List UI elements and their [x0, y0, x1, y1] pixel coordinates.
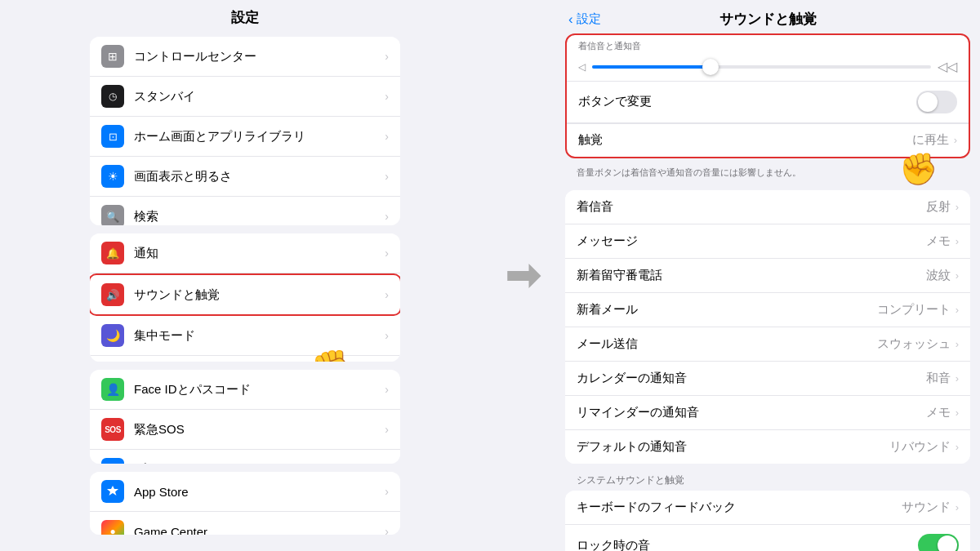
focus-label: 集中モード — [134, 328, 385, 344]
row-display[interactable]: ☀ 画面表示と明るさ › — [90, 157, 400, 197]
back-button[interactable]: ‹ 設定 — [568, 11, 601, 28]
row-sos[interactable]: SOS 緊急SOS › — [90, 410, 400, 450]
gamecenter-label: Game Center — [134, 525, 385, 535]
mail-send-label: メール送信 — [577, 336, 877, 352]
row-lock-sound[interactable]: ロック時の音 — [565, 525, 970, 551]
right-panel-title: サウンドと触覚 — [719, 10, 817, 29]
toggle-knob — [938, 535, 957, 551]
back-chevron-icon: ‹ — [568, 11, 573, 28]
arrow-right-icon — [498, 251, 547, 300]
row-control-center[interactable]: ⊞ コントロールセンター › — [90, 37, 400, 77]
control-center-label: コントロールセンター — [134, 49, 385, 64]
volume-section: 着信音と通知音 ◁ ◁◁ ボタンで変更 — [565, 33, 970, 158]
sos-label: 緊急SOS — [134, 422, 385, 438]
reminder-value: メモ — [926, 405, 951, 420]
chevron-icon: › — [956, 501, 959, 513]
row-standby[interactable]: ◷ スタンバイ › — [90, 77, 400, 117]
lock-sound-label: ロック時の音 — [577, 538, 918, 552]
tactile-value: に再生 — [912, 132, 949, 148]
row-calendar[interactable]: カレンダーの通知音 和音 › — [565, 362, 970, 396]
button-change-row: ボタンで変更 — [567, 82, 969, 123]
row-faceid[interactable]: 👤 Face IDとパスコード › — [90, 370, 400, 410]
messages-label: メッセージ — [577, 233, 926, 249]
row-default-alert[interactable]: デフォルトの通知音 リバウンド › — [565, 430, 970, 464]
row-appstore[interactable]: App Store › — [90, 472, 400, 512]
row-reminder[interactable]: リマインダーの通知音 メモ › — [565, 396, 970, 430]
svg-marker-0 — [507, 264, 541, 288]
row-new-mail[interactable]: 新着メール コンプリート › — [565, 293, 970, 327]
home-screen-label: ホーム画面とアプリライブラリ — [134, 129, 385, 144]
voicemail-label: 新着留守番電話 — [577, 268, 926, 283]
row-keyboard-feedback[interactable]: キーボードのフィードバック サウンド › — [565, 491, 970, 525]
highlighted-sounds-row[interactable]: 🔊 サウンドと触覚 › — [90, 273, 400, 316]
privacy-icon: ✋ — [101, 458, 124, 464]
new-mail-label: 新着メール — [577, 302, 877, 318]
search-icon: 🔍 — [101, 205, 124, 225]
chevron-icon: › — [385, 50, 389, 63]
row-voicemail[interactable]: 新着留守番電話 波紋 › — [565, 259, 970, 293]
settings-group-1: ⊞ コントロールセンター › ◷ スタンバイ › ⊡ ホーム画面とアプリライブラ… — [90, 37, 400, 225]
chevron-icon: › — [385, 90, 389, 103]
ringtone-value: 反射 — [926, 199, 951, 215]
row-screentime[interactable]: ⏱ スクリーンタイム › — [90, 356, 400, 362]
row-home-screen[interactable]: ⊡ ホーム画面とアプリライブラリ › — [90, 117, 400, 157]
standby-label: スタンバイ — [134, 89, 385, 104]
tactile-chevron: › — [954, 134, 957, 146]
chevron-icon: › — [385, 383, 389, 396]
system-sounds-group: キーボードのフィードバック サウンド › ロック時の音 システムの触覚 — [565, 491, 970, 551]
row-notifications[interactable]: 🔔 通知 › — [90, 233, 400, 273]
default-alert-label: デフォルトの通知音 — [577, 439, 889, 455]
volume-slider-track[interactable] — [592, 65, 931, 69]
button-change-label: ボタンで変更 — [578, 94, 916, 109]
right-header: ‹ 設定 サウンドと触覚 — [555, 0, 980, 33]
standby-icon: ◷ — [101, 85, 124, 108]
sounds-group: 着信音 反射 › メッセージ メモ › 新着留守番電話 波紋 › 新着メール コ… — [565, 190, 970, 464]
mail-send-value: スウォッシュ — [877, 336, 951, 352]
lock-sound-toggle[interactable] — [918, 534, 959, 551]
home-screen-icon: ⊡ — [101, 125, 124, 148]
display-label: 画面表示と明るさ — [134, 169, 385, 184]
chevron-icon: › — [956, 304, 959, 316]
sounds-icon: 🔊 — [101, 283, 124, 306]
chevron-icon: › — [385, 525, 389, 535]
volume-note: 音量ボタンは着信音や通知音の音量には影響しません。 — [565, 165, 970, 184]
default-alert-value: リバウンド — [889, 439, 951, 455]
volume-section-wrapper: 着信音と通知音 ◁ ◁◁ ボタンで変更 — [565, 33, 970, 158]
chevron-icon: › — [385, 210, 389, 223]
button-change-toggle[interactable] — [916, 91, 957, 113]
row-privacy[interactable]: ✋ プライバシーとセキュリティ › — [90, 450, 400, 464]
control-center-icon: ⊞ — [101, 45, 124, 68]
faceid-icon: 👤 — [101, 378, 124, 401]
calendar-label: カレンダーの通知音 — [577, 371, 926, 386]
messages-value: メモ — [926, 233, 951, 249]
keyboard-feedback-value: サウンド — [902, 500, 951, 515]
settings-group-2: 🔔 通知 › 🔊 サウンドと触覚 › 🌙 集中モード › ⏱ — [90, 233, 400, 362]
calendar-value: 和音 — [926, 371, 951, 386]
faceid-label: Face IDとパスコード — [134, 382, 385, 398]
toggle-knob — [918, 92, 938, 112]
row-ringtone[interactable]: 着信音 反射 › — [565, 190, 970, 224]
gamecenter-icon: ● — [101, 520, 124, 535]
focus-icon: 🌙 — [101, 324, 124, 347]
row-mail-send[interactable]: メール送信 スウォッシュ › — [565, 327, 970, 362]
chevron-icon: › — [956, 235, 959, 247]
settings-group-3: 👤 Face IDとパスコード › SOS 緊急SOS › ✋ プライバシーとセ… — [90, 370, 400, 464]
chevron-icon: › — [956, 338, 959, 350]
volume-low-icon: ◁ — [578, 61, 586, 73]
left-panel: 設定 ⊞ コントロールセンター › ◷ スタンバイ › ⊡ ホーム画面とアプリラ… — [0, 0, 490, 551]
chevron-icon: › — [385, 130, 389, 143]
volume-slider-row: ◁ ◁◁ — [567, 54, 969, 81]
chevron-icon: › — [385, 329, 389, 342]
slider-fill — [592, 65, 710, 69]
row-messages[interactable]: メッセージ メモ › — [565, 224, 970, 259]
row-search[interactable]: 🔍 検索 › — [90, 197, 400, 225]
chevron-icon: › — [956, 201, 959, 213]
right-content: 着信音と通知音 ◁ ◁◁ ボタンで変更 — [555, 33, 980, 551]
chevron-icon: › — [385, 485, 389, 498]
row-focus[interactable]: 🌙 集中モード › — [90, 316, 400, 356]
arrow-container — [490, 0, 555, 551]
tactile-row[interactable]: 触覚 に再生 › — [567, 123, 969, 157]
chevron-icon: › — [385, 247, 389, 260]
row-gamecenter[interactable]: ● Game Center › — [90, 512, 400, 535]
chevron-icon: › — [956, 407, 959, 419]
